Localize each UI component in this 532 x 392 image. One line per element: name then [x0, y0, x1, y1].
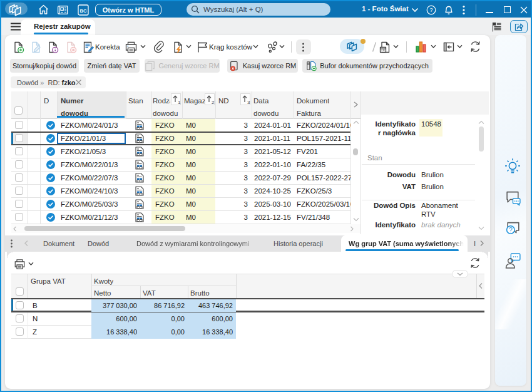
svg-text:BC: BC [80, 8, 87, 14]
svg-text:?: ? [429, 7, 432, 13]
svg-text:?: ? [509, 227, 513, 234]
